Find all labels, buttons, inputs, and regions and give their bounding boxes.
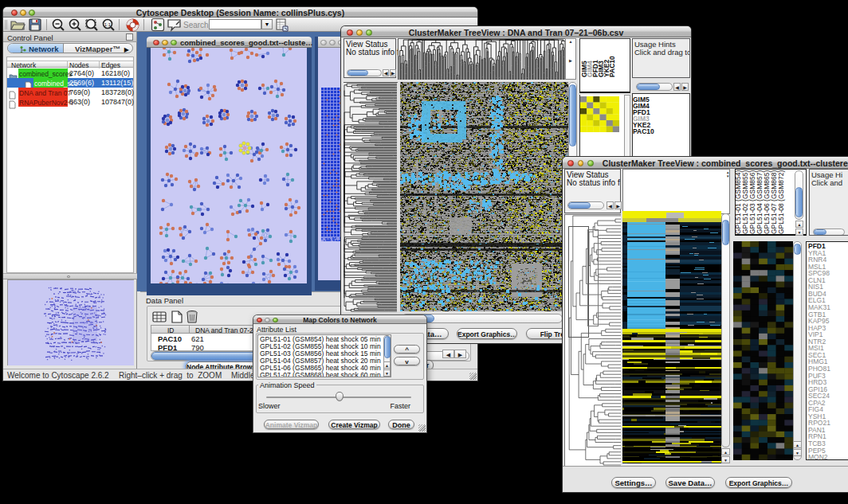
svg-text:1:1: 1:1	[104, 22, 112, 27]
